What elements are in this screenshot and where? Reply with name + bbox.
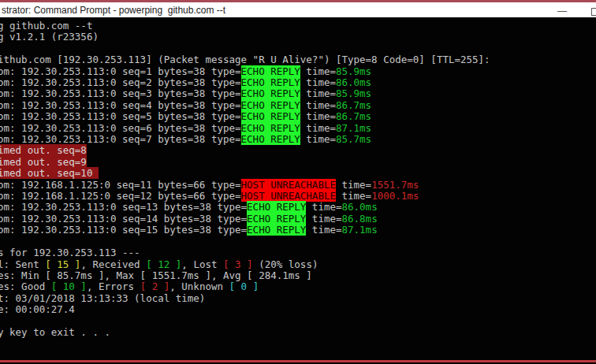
console-line: g github.com --t bbox=[0, 20, 596, 32]
console-line bbox=[0, 43, 596, 54]
console-text-segment: imed out. seq=8 bbox=[0, 144, 87, 156]
console-text-segment: g v1.2.1 (r23356) bbox=[0, 31, 99, 43]
console-text-segment: om: 192.30.253.113:0 seq=3 bytes=38 type… bbox=[0, 87, 241, 99]
console-line: l: Sent [ 15 ], Received [ 12 ], Lost [ … bbox=[0, 259, 596, 270]
console-text-segment: time= bbox=[300, 99, 336, 111]
console-text-segment: ECHO REPLY bbox=[241, 122, 300, 134]
console-line: om: 192.30.253.113:0 seq=5 bytes=38 type… bbox=[0, 111, 596, 122]
console-text-segment: om: 192.30.253.113:0 seq=5 bytes=38 type… bbox=[0, 110, 241, 122]
console-text-segment: time= bbox=[300, 87, 336, 99]
console-text-segment: time= bbox=[336, 179, 371, 191]
console-line: om: 192.30.253.113:0 seq=1 bytes=38 type… bbox=[0, 66, 596, 77]
console-text-segment: ECHO REPLY bbox=[247, 224, 306, 236]
console-text-segment: om: 192.168.1.125:0 seq=11 bytes=66 type… bbox=[0, 179, 241, 191]
console-line: es: Min [ 85.7ms ], Max [ 1551.7ms ], Av… bbox=[0, 270, 596, 281]
console-text-segment: y key to exit . . . bbox=[0, 326, 110, 338]
console-line: imed out. seq=10 bbox=[0, 168, 596, 179]
console-text-segment: ECHO REPLY bbox=[241, 87, 300, 99]
console-text-segment: s for 192.30.253.113 --- bbox=[0, 247, 140, 258]
console-text-segment: ithub.com [192.30.253.113] (Packet messa… bbox=[0, 54, 490, 65]
console-text-segment: [ 10 ] bbox=[51, 280, 87, 292]
console-line: om: 192.30.253.113:0 seq=6 bytes=38 type… bbox=[0, 123, 596, 134]
console-text-segment: 1000.1ms bbox=[371, 190, 419, 202]
console-text-segment: time= bbox=[306, 224, 341, 236]
minimize-icon: — bbox=[557, 6, 567, 16]
console-line: om: 192.30.253.113:0 seq=15 bytes=38 typ… bbox=[0, 225, 596, 236]
console-line: om: 192.30.253.113:0 seq=13 bytes=38 typ… bbox=[0, 202, 596, 213]
console-line: imed out. seq=9 bbox=[0, 157, 596, 168]
console-text-segment: 85.9ms bbox=[336, 87, 371, 99]
console-line: g v1.2.1 (r23356) bbox=[0, 32, 596, 43]
console-line: y key to exit . . . bbox=[0, 327, 596, 338]
console-text-segment: 86.7ms bbox=[336, 99, 371, 111]
console-text-segment: om: 192.30.253.113:0 seq=14 bytes=38 typ… bbox=[0, 213, 247, 225]
console-text-segment: 86.0ms bbox=[336, 76, 371, 88]
console-text-segment: [ 12 ] bbox=[146, 258, 181, 270]
console-text-segment: ECHO REPLY bbox=[241, 99, 300, 111]
console-text-segment: 1551.7ms bbox=[371, 179, 419, 191]
console-text-segment: om: 192.30.253.113:0 seq=6 bytes=38 type… bbox=[0, 122, 241, 134]
console-line: s for 192.30.253.113 --- bbox=[0, 247, 596, 258]
console-text-segment: ECHO REPLY bbox=[241, 65, 300, 77]
console-text-segment: om: 192.30.253.113:0 seq=13 bytes=38 typ… bbox=[0, 201, 247, 213]
console-line: e: 00:00:27.4 bbox=[0, 304, 596, 315]
console-text-segment: [ 0 ] bbox=[229, 280, 259, 292]
maximize-icon[interactable] bbox=[591, 8, 596, 16]
console-line: om: 192.30.253.113:0 seq=2 bytes=38 type… bbox=[0, 77, 596, 88]
console-text-segment: es: Good bbox=[0, 280, 51, 292]
console-text-segment: 87.1ms bbox=[336, 122, 371, 134]
console-text-segment: time= bbox=[306, 213, 341, 225]
console-text-segment: e: 00:00:27.4 bbox=[0, 303, 75, 315]
console-line: om: 192.30.253.113:0 seq=4 bytes=38 type… bbox=[0, 100, 596, 111]
console-line: t: 03/01/2018 13:13:33 (local time) bbox=[0, 293, 596, 304]
console-text-segment: t: 03/01/2018 13:13:33 (local time) bbox=[0, 292, 205, 304]
console-text-segment: 86.7ms bbox=[336, 110, 371, 122]
console-text-segment: om: 192.30.253.113:0 seq=7 bytes=38 type… bbox=[0, 133, 241, 145]
console-line bbox=[0, 316, 596, 327]
console-text-segment: ECHO REPLY bbox=[241, 133, 300, 145]
console-line: om: 192.168.1.125:0 seq=12 bytes=66 type… bbox=[0, 191, 596, 202]
console-line: om: 192.30.253.113:0 seq=3 bytes=38 type… bbox=[0, 88, 596, 99]
console-text-segment: g github.com --t bbox=[0, 20, 92, 32]
console-text-segment: time= bbox=[300, 110, 336, 122]
console-text-segment: ECHO REPLY bbox=[247, 201, 306, 213]
console-text-segment: , Lost bbox=[181, 258, 223, 270]
console-line: om: 192.30.253.113:0 seq=7 bytes=38 type… bbox=[0, 134, 596, 145]
console-text-segment: , Errors bbox=[87, 280, 140, 292]
console-text-segment: ECHO REPLY bbox=[241, 110, 300, 122]
title-bar[interactable]: strator: Command Prompt - powerping gith… bbox=[0, 2, 596, 17]
console-line: es: Good [ 10 ], Errors [ 2 ], Unknown [… bbox=[0, 281, 596, 292]
console-text-segment: l: Sent bbox=[0, 258, 45, 270]
console-text-segment: time= bbox=[300, 65, 336, 77]
window-title: strator: Command Prompt - powerping gith… bbox=[2, 5, 225, 16]
console-text-segment: om: 192.30.253.113:0 seq=2 bytes=38 type… bbox=[0, 76, 241, 88]
console-line: om: 192.168.1.125:0 seq=11 bytes=66 type… bbox=[0, 180, 596, 191]
console-text-segment: om: 192.168.1.125:0 seq=12 bytes=66 type… bbox=[0, 190, 241, 202]
console-text-segment: 85.7ms bbox=[336, 133, 371, 145]
command-prompt-window: strator: Command Prompt - powerping gith… bbox=[0, 0, 596, 364]
console-text-segment: [ 15 ] bbox=[45, 258, 80, 270]
console-text-segment: es: Min [ 85.7ms ], Max [ 1551.7ms ], Av… bbox=[0, 269, 312, 281]
console-text-segment: [ 3 ] bbox=[223, 258, 253, 270]
console-text-segment: 87.1ms bbox=[342, 224, 378, 236]
minimize-button[interactable]: — bbox=[552, 6, 572, 17]
console-text-segment: time= bbox=[306, 201, 341, 213]
console-text-segment: HOST UNREACHABLE bbox=[241, 179, 336, 191]
console-text-segment: ECHO REPLY bbox=[241, 76, 300, 88]
console-line: ithub.com [192.30.253.113] (Packet messa… bbox=[0, 54, 596, 65]
console-text-segment: time= bbox=[336, 190, 371, 202]
console-text-segment: 86.0ms bbox=[342, 201, 378, 213]
console-output[interactable]: g github.com --tg v1.2.1 (r23356)ithub.c… bbox=[0, 17, 596, 360]
console-line: imed out. seq=8 bbox=[0, 145, 596, 156]
console-text-segment: HOST UNREACHABLE bbox=[241, 190, 336, 202]
console-text-segment: time= bbox=[300, 122, 336, 134]
console-text-segment: 86.8ms bbox=[342, 213, 378, 225]
console-text-segment: time= bbox=[300, 76, 336, 88]
console-text-segment: 85.9ms bbox=[336, 65, 371, 77]
console-text-segment: (20% loss) bbox=[253, 258, 318, 270]
console-line: om: 192.30.253.113:0 seq=14 bytes=38 typ… bbox=[0, 214, 596, 225]
console-text-segment: ECHO REPLY bbox=[247, 213, 306, 225]
console-text-segment: [ 2 ] bbox=[140, 280, 170, 292]
console-text-segment: om: 192.30.253.113:0 seq=15 bytes=38 typ… bbox=[0, 224, 247, 236]
console-text-segment: time= bbox=[300, 133, 336, 145]
